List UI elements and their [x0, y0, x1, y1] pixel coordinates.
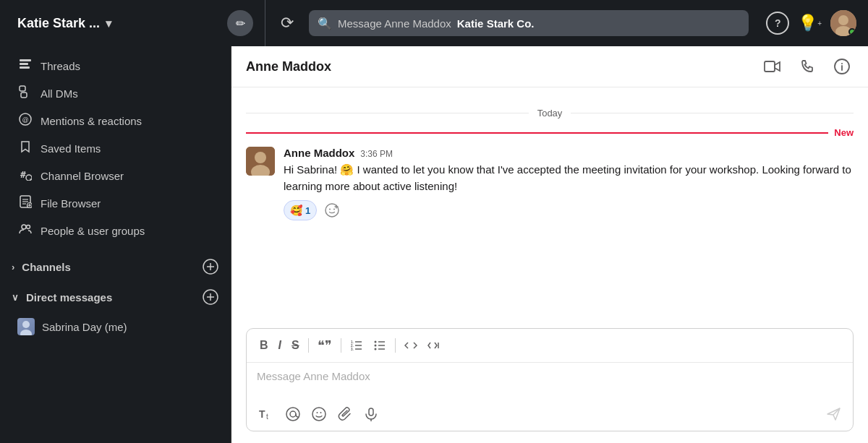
ordered-list-button[interactable]: 1. 2. 3. [346, 336, 367, 355]
all-dms-icon [17, 85, 33, 102]
channels-section[interactable]: › Channels [0, 252, 231, 281]
chat-header-actions [761, 55, 854, 78]
threads-label: Threads [41, 60, 80, 72]
bold-button[interactable]: B [255, 336, 273, 355]
main-content: Threads All DMs @ [0, 46, 868, 443]
new-badge: New [834, 127, 854, 138]
sidebar-item-people[interactable]: People & user groups [6, 218, 225, 244]
mention-button[interactable] [283, 404, 303, 424]
svg-point-21 [27, 225, 30, 229]
help-button[interactable]: ? [766, 12, 789, 35]
toolbar-divider-1 [308, 338, 309, 353]
avatar[interactable] [830, 10, 856, 36]
saved-icon [17, 140, 33, 157]
sidebar: Threads All DMs @ [0, 46, 231, 443]
search-icon: 🔍 [318, 17, 332, 30]
dm-chevron: ∨ [12, 292, 19, 303]
reaction-kissing-heart[interactable]: 🥰 1 [284, 200, 317, 220]
mic-icon [364, 407, 378, 421]
message-item: Anne Maddox 3:36 PM Hi Sabrina! 🤗 I want… [246, 147, 854, 220]
new-divider: New [246, 127, 854, 138]
svg-point-35 [255, 152, 266, 163]
video-call-button[interactable] [761, 55, 784, 78]
code-block-button[interactable] [423, 336, 445, 355]
message-placeholder: Message Anne Maddox [257, 370, 370, 382]
text-size-button[interactable]: T t [255, 404, 277, 424]
message-content: Anne Maddox 3:36 PM Hi Sabrina! 🤗 I want… [284, 147, 854, 220]
divider-line-left [246, 113, 529, 113]
chat-title: Anne Maddox [246, 59, 331, 74]
sidebar-item-channel-browser[interactable]: # Channel Browser [6, 163, 225, 189]
search-workspace: Katie Stark Co. [457, 17, 535, 30]
mic-button[interactable] [361, 404, 381, 424]
sidebar-item-saved[interactable]: Saved Items [6, 135, 225, 162]
strikethrough-button[interactable]: S [287, 336, 304, 355]
workspace-chevron: ▾ [106, 17, 111, 30]
svg-point-57 [286, 408, 299, 421]
add-reaction-button[interactable] [321, 200, 343, 220]
sidebar-item-file-browser[interactable]: File Browser [6, 190, 225, 217]
dm-item-sabrina[interactable]: Sabrina Day (me) [6, 313, 225, 340]
reactions-bar: 🥰 1 [284, 200, 854, 220]
message-avatar-image [246, 147, 275, 176]
top-bar-right: ? 💡 + [766, 10, 856, 36]
message-text: Hi Sabrina! 🤗 I wanted to let you know t… [284, 162, 854, 194]
svg-point-48 [374, 341, 376, 343]
sidebar-item-threads[interactable]: Threads [6, 53, 225, 79]
ul-icon [373, 339, 386, 352]
message-input[interactable]: Message Anne Maddox [247, 363, 853, 397]
svg-rect-62 [369, 408, 373, 416]
status-button[interactable]: 💡 + [798, 14, 822, 33]
ol-icon: 1. 2. 3. [350, 339, 363, 352]
people-icon [17, 223, 33, 239]
attach-icon [338, 407, 352, 421]
file-browser-icon [17, 195, 33, 212]
composer-toolbar: B I S ❝❞ [247, 329, 853, 363]
sidebar-item-mentions[interactable]: @ Mentions & reactions [6, 108, 225, 134]
emoji-button[interactable] [309, 404, 329, 424]
svg-point-59 [312, 408, 326, 421]
svg-rect-7 [21, 93, 27, 98]
search-label: Message Anne Maddox [338, 17, 451, 30]
bullet-list-button[interactable] [369, 336, 391, 355]
add-dm-button[interactable] [202, 288, 219, 306]
edit-icon: ✏ [236, 17, 245, 30]
phone-call-button[interactable] [796, 55, 819, 78]
new-divider-line [246, 132, 828, 134]
edit-button[interactable]: ✏ [227, 10, 253, 36]
message-time: 3:36 PM [360, 149, 393, 159]
search-bar[interactable]: 🔍 Message Anne Maddox Katie Stark Co. [309, 10, 749, 36]
attach-button[interactable] [335, 404, 355, 424]
code-button[interactable] [400, 336, 422, 355]
message-author: Anne Maddox [284, 147, 354, 159]
file-browser-label: File Browser [41, 197, 101, 210]
history-button[interactable]: ⟳ [274, 10, 300, 36]
channel-browser-icon: # [17, 168, 33, 184]
dm-section[interactable]: ∨ Direct messages [0, 283, 231, 311]
help-icon: ? [775, 17, 781, 29]
add-channel-button[interactable] [202, 258, 219, 275]
channels-chevron: › [12, 262, 14, 272]
svg-point-38 [329, 209, 331, 210]
italic-icon: I [278, 339, 281, 352]
svg-point-60 [317, 412, 318, 413]
svg-rect-30 [765, 61, 775, 72]
send-icon [825, 406, 841, 422]
info-button[interactable] [830, 55, 854, 78]
divider-line-right [571, 113, 854, 113]
italic-button[interactable]: I [274, 336, 286, 355]
svg-point-61 [320, 412, 322, 413]
workspace-name[interactable]: Katie Stark ... ▾ [12, 16, 221, 31]
svg-text:#: # [20, 169, 26, 180]
svg-point-28 [22, 321, 30, 328]
svg-rect-5 [20, 66, 30, 69]
composer-box: B I S ❝❞ [246, 328, 854, 431]
svg-text:3.: 3. [351, 348, 354, 351]
svg-text:T: T [259, 408, 265, 420]
sidebar-item-all-dms[interactable]: All DMs [6, 80, 225, 107]
top-bar: Katie Stark ... ▾ ✏ ⟳ 🔍 Message Anne Mad… [0, 0, 868, 46]
dm-avatar-sabrina [17, 318, 35, 335]
history-icon: ⟳ [281, 14, 294, 33]
send-button[interactable] [822, 403, 844, 425]
quote-button[interactable]: ❝❞ [313, 335, 336, 356]
